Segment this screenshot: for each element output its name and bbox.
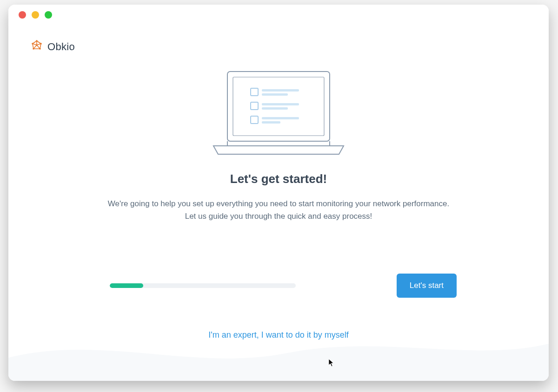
svg-rect-13 xyxy=(251,102,258,110)
svg-point-4 xyxy=(32,43,33,45)
cursor-icon xyxy=(328,359,334,367)
onboarding-heading: Let's get started! xyxy=(230,172,327,186)
svg-point-0 xyxy=(36,40,38,42)
brand-logo-icon xyxy=(31,40,43,54)
window-maximize-icon[interactable] xyxy=(45,11,52,19)
svg-point-3 xyxy=(33,48,34,50)
svg-rect-15 xyxy=(262,107,288,110)
svg-rect-11 xyxy=(262,89,299,91)
browser-window: Obkio xyxy=(8,5,549,381)
window-minimize-icon[interactable] xyxy=(32,11,39,19)
svg-point-1 xyxy=(40,43,42,45)
onboarding-subtext: We're going to help you set up everythin… xyxy=(106,197,451,222)
svg-rect-14 xyxy=(262,103,299,105)
svg-rect-7 xyxy=(233,77,324,136)
svg-rect-10 xyxy=(251,88,258,96)
svg-rect-16 xyxy=(251,116,258,124)
progress-row: Let's start xyxy=(31,274,526,298)
onboarding-hero: Let's get started! We're going to help y… xyxy=(31,67,526,222)
brand: Obkio xyxy=(31,40,526,54)
app-content: Obkio xyxy=(8,25,549,381)
progress-bar-fill xyxy=(110,283,143,288)
window-titlebar xyxy=(8,5,549,25)
progress-bar xyxy=(110,283,296,288)
window-close-icon[interactable] xyxy=(19,11,26,19)
laptop-illustration-icon xyxy=(199,67,358,162)
expert-skip-link[interactable]: I'm an expert, I want to do it by myself xyxy=(31,330,526,340)
svg-rect-12 xyxy=(262,93,288,96)
svg-rect-17 xyxy=(262,117,299,119)
svg-point-5 xyxy=(36,44,38,46)
lets-start-button[interactable]: Let's start xyxy=(397,274,457,298)
svg-point-2 xyxy=(39,48,41,50)
brand-name: Obkio xyxy=(47,41,75,53)
svg-rect-18 xyxy=(262,121,280,124)
svg-rect-6 xyxy=(227,72,330,141)
